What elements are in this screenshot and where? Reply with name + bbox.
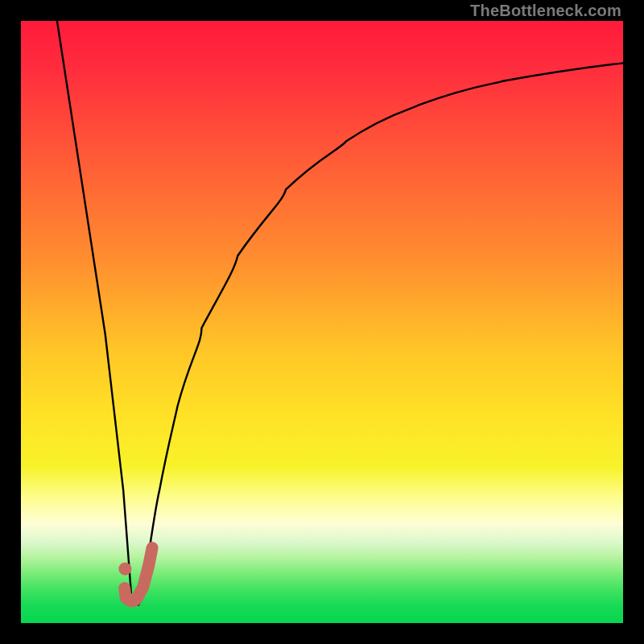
- curve-right-branch: [138, 63, 623, 605]
- chart-frame: TheBottleneck.com: [0, 0, 644, 644]
- j-marker-dot: [118, 563, 131, 576]
- curve-left-branch: [57, 21, 131, 593]
- bottleneck-curve-svg: [21, 21, 623, 623]
- watermark-text: TheBottleneck.com: [470, 2, 621, 20]
- plot-area: [21, 21, 623, 623]
